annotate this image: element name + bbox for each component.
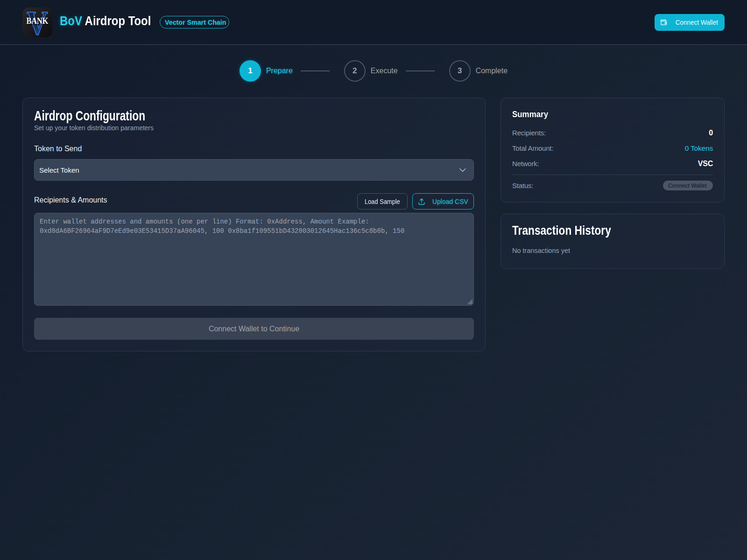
svg-text:BANK: BANK bbox=[27, 16, 49, 25]
